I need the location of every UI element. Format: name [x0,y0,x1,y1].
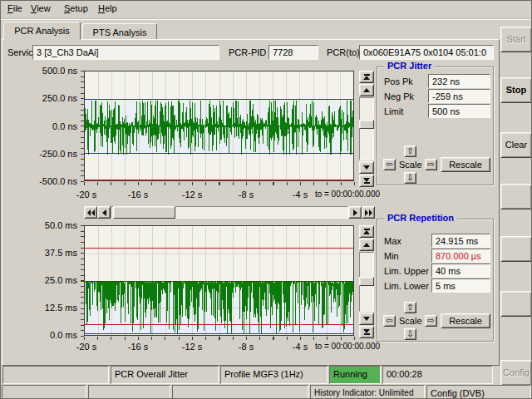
jitter-vscroll-top-button[interactable] [359,71,374,83]
scroll-bottom-icon [363,329,370,335]
menu-file[interactable]: File [6,1,24,16]
lim-lower-label: Lim. Lower [384,281,429,291]
status2-cell-1 [2,385,86,399]
hscroll-end-button[interactable] [362,206,375,219]
jitter-scale-left-button[interactable]: ⇦ [383,159,396,170]
menu-setup[interactable]: Setup [62,1,90,16]
status-profile: Profile MGF3 (1Hz) [220,366,328,384]
status2-cell-2 [88,385,170,399]
lim-upper-label: Lim. Upper [384,266,429,276]
scroll-top-icon [363,74,370,80]
rep-vscroll-bottom-button[interactable] [359,326,374,338]
rep-rescale-button[interactable]: Rescale [441,313,490,328]
left-open-arrow-icon: ⇦ [386,160,392,169]
max-label: Max [384,236,401,246]
lim-upper-value[interactable]: 40 ms [431,264,490,278]
pos-pk-value[interactable]: 232 ns [428,74,490,88]
up-arrow-icon [363,243,370,247]
status-elapsed-time: 00:00:28 [382,366,493,384]
blank-button-1[interactable] [500,184,532,209]
neg-pk-label: Neg Pk [384,91,414,101]
jitter-vscroll-up-button[interactable] [359,84,374,96]
up-arrow-icon [363,88,370,92]
rep-vscroll-thumb[interactable] [359,277,374,286]
rep-scale-left-button[interactable]: ⇦ [383,315,396,327]
rep-scale-up-button[interactable]: ⇧ [404,302,416,313]
start-button[interactable]: Start [500,27,532,52]
rep-vscroll-up-button[interactable] [359,239,374,251]
jitter-vscroll-thumb[interactable] [359,120,374,129]
clear-button[interactable]: Clear [500,132,532,158]
menu-view[interactable]: View [29,1,52,16]
status-running-badge: Running [329,366,381,384]
jitter-scale-down-button[interactable]: ⇩ [404,172,416,184]
pcr-jitter-groupbox: PCR Jitter Pos Pk 232 ns Neg Pk -259 ns … [377,66,494,185]
up-open-arrow-icon: ⇧ [406,303,413,312]
rep-scale-right-button[interactable]: ⇨ [425,315,437,327]
rep-scale-down-button[interactable]: ⇩ [404,328,416,340]
min-value[interactable]: 870.000 µs [431,249,490,263]
status-measurement: PCR Overall Jitter [111,366,219,384]
rep-vscroll [359,225,374,338]
blank-button-2[interactable] [500,236,532,262]
max-value[interactable]: 24.915 ms [431,234,490,248]
jitter-vscroll-track[interactable] [359,97,374,160]
menu-bar: File View Setup Help [1,1,532,19]
hscroll-left-button[interactable] [97,206,111,219]
tab-pts-analysis[interactable]: PTS Analysis [82,23,157,40]
right-open-arrow-icon: ⇨ [427,160,434,169]
status2-cell-3 [172,385,308,399]
scroll-top-icon [363,229,370,234]
limit-value[interactable]: 500 ns [428,104,490,118]
down-open-arrow-icon: ⇩ [406,329,413,338]
status-cell-empty [2,366,109,384]
jitter-scale-right-button[interactable]: ⇨ [425,159,437,170]
hscroll-thumb[interactable] [113,206,175,219]
jitter-scale-up-button[interactable]: ⇧ [404,145,416,157]
stop-button[interactable]: Stop [500,77,532,103]
status-history-indicator: History Indicator: Unlimited [310,385,425,399]
time-hscroll [84,206,375,219]
scroll-bottom-icon [363,178,370,184]
pcr-repetition-groupbox: PCR Repetition Max 24.915 ms Min 870.000… [377,219,494,342]
hscroll-home-button[interactable] [84,206,97,219]
neg-pk-value[interactable]: -259 ns [428,89,490,103]
jitter-vscroll-down-button[interactable] [359,161,374,174]
status-config-mode: Config (DVB) [426,385,531,399]
down-arrow-icon [363,165,370,170]
up-open-arrow-icon: ⇧ [406,146,413,155]
double-right-arrow-icon [365,209,372,216]
left-arrow-icon [102,209,106,216]
pcr-repetition-title: PCR Repetition [384,213,457,223]
jitter-scale-label: Scale [399,160,422,170]
pos-pk-label: Pos Pk [384,76,413,86]
jitter-vscroll-bottom-button[interactable] [359,175,374,187]
left-open-arrow-icon: ⇦ [386,316,392,325]
jitter-rescale-button[interactable]: Rescale [441,157,490,172]
double-left-arrow-icon [87,209,95,216]
lim-lower-value[interactable]: 5 ms [431,278,490,293]
min-label: Min [384,251,399,261]
tab-pcr-analysis[interactable]: PCR Analysis [3,22,81,40]
config-button[interactable]: Config [500,360,532,386]
rep-vscroll-down-button[interactable] [359,313,374,325]
right-arrow-icon [353,209,357,216]
app-window: File View Setup Help PCR Analysis PTS An… [0,0,532,399]
hscroll-right-button[interactable] [348,206,362,219]
limit-label: Limit [384,106,403,116]
pcr-jitter-title: PCR Jitter [384,61,435,71]
right-open-arrow-icon: ⇨ [427,316,434,325]
rep-scale-label: Scale [399,316,422,326]
rep-vscroll-top-button[interactable] [359,225,374,238]
down-arrow-icon [363,317,370,321]
blank-button-3[interactable] [500,291,532,317]
menu-help[interactable]: Help [96,1,119,16]
down-open-arrow-icon: ⇩ [406,173,413,182]
jitter-vscroll [359,71,374,187]
